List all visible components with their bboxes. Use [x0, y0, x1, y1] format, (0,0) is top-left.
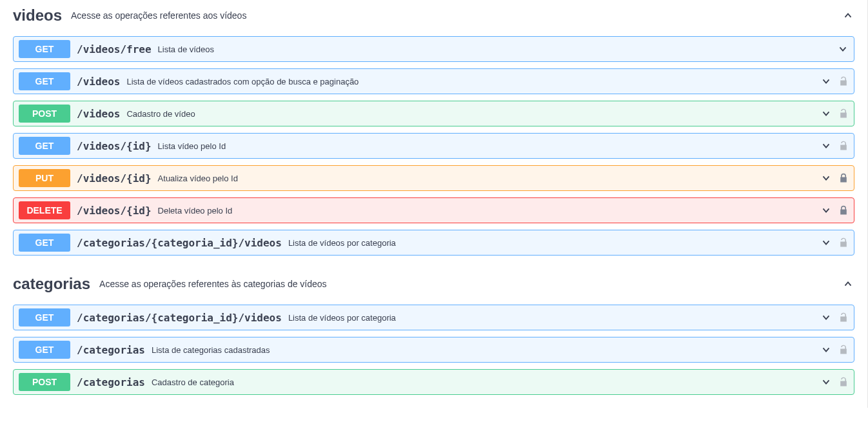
endpoint-path: /videos/{id}: [77, 172, 152, 185]
operation-actions: [820, 205, 849, 216]
tag-header[interactable]: categoriasAcesse as operações referentes…: [13, 268, 854, 299]
tag-description: Acesse as operações referentes aos vídeo…: [71, 10, 842, 21]
operation-actions: [837, 43, 849, 55]
endpoint-summary: Lista de vídeos cadastrados com opção de…: [126, 77, 820, 86]
operation-actions: [820, 172, 849, 184]
lock-open-icon[interactable]: [838, 140, 849, 152]
operation-actions: [820, 376, 849, 388]
lock-open-icon[interactable]: [838, 75, 849, 87]
operation-row[interactable]: GET/categorias/{categoria_id}/videosList…: [13, 230, 854, 256]
lock-open-icon[interactable]: [838, 376, 849, 388]
lock-open-icon[interactable]: [838, 344, 849, 356]
method-badge: PUT: [19, 169, 70, 187]
chevron-up-icon[interactable]: [842, 277, 854, 290]
endpoint-summary: Lista de vídeos: [158, 45, 837, 54]
chevron-up-icon[interactable]: [842, 9, 854, 22]
operation-actions: [820, 344, 849, 356]
lock-icon[interactable]: [838, 205, 849, 216]
tag-section: videosAcesse as operações referentes aos…: [13, 0, 854, 256]
operation-actions: [820, 140, 849, 152]
chevron-down-icon[interactable]: [820, 205, 832, 216]
chevron-down-icon[interactable]: [820, 140, 832, 152]
operation-row[interactable]: GET/categorias/{categoria_id}/videosList…: [13, 305, 854, 330]
method-badge: GET: [19, 72, 70, 90]
operation-actions: [820, 108, 849, 119]
endpoint-summary: Atualiza vídeo pelo Id: [158, 174, 820, 183]
endpoint-summary: Deleta vídeo pelo Id: [158, 206, 820, 216]
method-badge: DELETE: [19, 201, 70, 219]
chevron-down-icon[interactable]: [820, 312, 832, 323]
tag-header[interactable]: videosAcesse as operações referentes aos…: [13, 0, 854, 31]
endpoint-summary: Cadastro de categoria: [152, 377, 820, 387]
endpoint-path: /categorias/{categoria_id}/videos: [77, 312, 282, 324]
chevron-down-icon[interactable]: [820, 344, 832, 356]
operations-list: GET/videos/freeLista de vídeosGET/videos…: [13, 31, 854, 256]
operation-row[interactable]: GET/videos/{id}Lista vídeo pelo Id: [13, 133, 854, 159]
tag-name: videos: [13, 6, 62, 25]
endpoint-path: /videos: [77, 108, 120, 120]
method-badge: GET: [19, 308, 70, 327]
endpoint-path: /videos/{id}: [77, 140, 152, 152]
method-badge: GET: [19, 40, 70, 58]
operation-row[interactable]: GET/videos/freeLista de vídeos: [13, 36, 854, 62]
tag-name: categorias: [13, 275, 90, 293]
operation-row[interactable]: DELETE/videos/{id}Deleta vídeo pelo Id: [13, 197, 854, 223]
operation-row[interactable]: POST/categoriasCadastro de categoria: [13, 369, 854, 395]
lock-open-icon[interactable]: [838, 312, 849, 323]
lock-icon[interactable]: [838, 172, 849, 184]
chevron-down-icon[interactable]: [820, 108, 832, 119]
operation-row[interactable]: GET/videosLista de vídeos cadastrados co…: [13, 68, 854, 94]
method-badge: GET: [19, 234, 70, 252]
endpoint-summary: Lista de vídeos por categoria: [288, 238, 820, 248]
operations-list: GET/categorias/{categoria_id}/videosList…: [13, 299, 854, 395]
method-badge: GET: [19, 341, 70, 359]
chevron-down-icon[interactable]: [820, 172, 832, 184]
endpoint-summary: Lista de vídeos por categoria: [288, 313, 820, 323]
endpoint-summary: Lista de categorias cadastradas: [152, 345, 820, 355]
operation-actions: [820, 237, 849, 248]
endpoint-summary: Lista vídeo pelo Id: [158, 141, 820, 151]
chevron-down-icon[interactable]: [820, 237, 832, 248]
endpoint-path: /videos: [77, 75, 120, 88]
method-badge: POST: [19, 105, 70, 123]
endpoint-path: /videos/{id}: [77, 205, 152, 217]
endpoint-summary: Cadastro de vídeo: [126, 109, 820, 119]
tag-section: categoriasAcesse as operações referentes…: [13, 268, 854, 395]
chevron-down-icon[interactable]: [837, 43, 849, 55]
lock-open-icon[interactable]: [838, 237, 849, 248]
endpoint-path: /categorias/{categoria_id}/videos: [77, 237, 282, 249]
chevron-down-icon[interactable]: [820, 376, 832, 388]
endpoint-path: /videos/free: [77, 43, 152, 55]
chevron-down-icon[interactable]: [820, 75, 832, 87]
endpoint-path: /categorias: [77, 344, 145, 356]
operation-actions: [820, 312, 849, 323]
operation-row[interactable]: GET/categoriasLista de categorias cadast…: [13, 337, 854, 363]
method-badge: POST: [19, 373, 70, 391]
operation-actions: [820, 75, 849, 87]
tag-description: Acesse as operações referentes às catego…: [99, 279, 842, 289]
operation-row[interactable]: PUT/videos/{id}Atualiza vídeo pelo Id: [13, 165, 854, 191]
lock-open-icon[interactable]: [838, 108, 849, 119]
endpoint-path: /categorias: [77, 376, 145, 388]
operation-row[interactable]: POST/videosCadastro de vídeo: [13, 101, 854, 126]
method-badge: GET: [19, 137, 70, 155]
